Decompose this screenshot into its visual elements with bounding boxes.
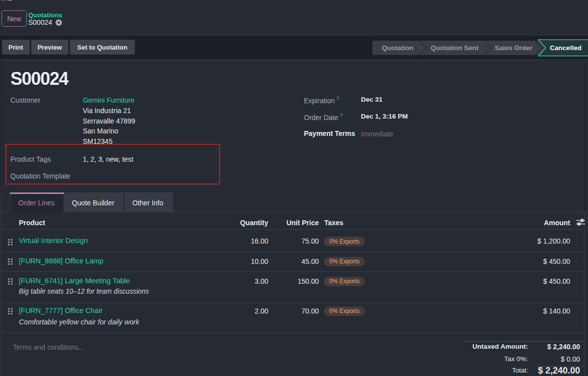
svg-text:Quotation: Quotation: [382, 44, 413, 52]
svg-text:Quotation Sent: Quotation Sent: [431, 44, 479, 52]
svg-text:Cancelled: Cancelled: [550, 44, 582, 52]
svg-text:Sales Order: Sales Order: [495, 44, 533, 52]
